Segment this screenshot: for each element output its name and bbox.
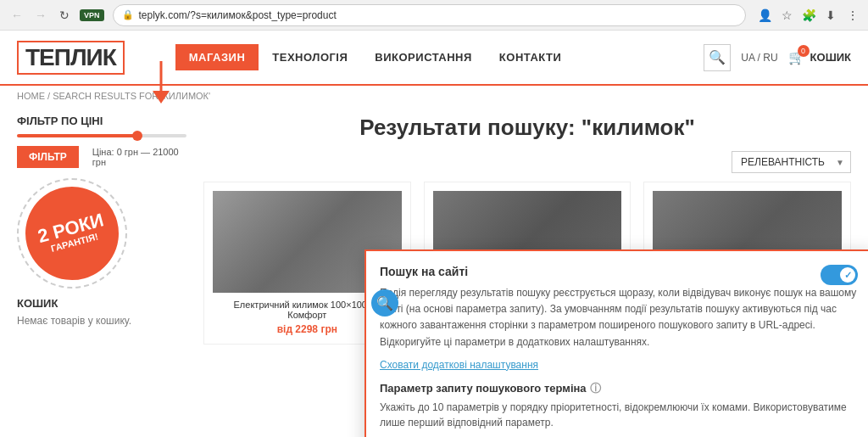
cart-label: КОШИК [810,51,851,64]
filter-title: ФІЛЬТР ПО ЦІНІ [17,115,186,127]
tooltip-popup: Пошук на сайті Подія перегляду результат… [364,249,868,437]
sidebar-cart-title: КОШИК [17,297,186,310]
price-slider-thumb[interactable] [132,131,142,141]
toggle-check-icon: ✓ [844,270,852,281]
download-icon[interactable]: ⬇ [822,7,839,24]
tooltip-link[interactable]: Сховати додаткові налаштування [380,359,858,371]
toggle-knob: ✓ [840,267,855,283]
tooltip-param-desc: Укажіть до 10 параметрів у порядку пріор… [380,400,858,430]
browser-nav-buttons: ← → ↻ [7,5,75,25]
menu-icon[interactable]: ⋮ [844,7,861,24]
star-icon[interactable]: ☆ [778,7,795,24]
address-bar[interactable]: 🔒 teplyk.com/?s=килимок&post_type=produc… [113,4,746,26]
sidebar: ФІЛЬТР ПО ЦІНІ ФІЛЬТР Ціна: 0 грн — 2100… [17,115,186,425]
nav-item-contacts[interactable]: КОНТАКТИ [486,44,576,70]
guarantee-inner: 2 РОКИ ГАРАНТІЯ! [15,176,130,291]
svg-marker-1 [153,91,170,104]
site-logo[interactable]: ТЕПЛИК [17,41,125,75]
search-icon-bubble: 🔍 [371,289,398,317]
tooltip-param-title: Параметр запиту пошукового терміна ⓘ [380,381,858,396]
lock-icon: 🔒 [122,9,134,20]
browser-chrome: ← → ↻ VPN 🔒 teplyk.com/?s=килимок&post_t… [0,0,868,31]
refresh-button[interactable]: ↻ [54,5,75,25]
sidebar-cart-empty: Немає товарів у кошику. [17,315,186,327]
nav-item-technology[interactable]: ТЕХНОЛОГІЯ [259,44,361,70]
help-icon: ⓘ [590,381,601,396]
url-text: teplyk.com/?s=килимок&post_type=product [139,9,337,21]
price-range-label: Ціна: 0 грн — 21000 грн [92,147,186,167]
price-filter: ФІЛЬТР ПО ЦІНІ ФІЛЬТР Ціна: 0 грн — 2100… [17,115,186,168]
back-button[interactable]: ← [7,5,27,25]
tooltip-description: Подія перегляду результатів пошуку реєст… [380,285,858,350]
site-header: ТЕПЛИК МАГАЗИН ТЕХНОЛОГІЯ ВИКОРИСТАННЯ К… [0,31,868,86]
nav-item-shop[interactable]: МАГАЗИН [175,44,259,70]
logo-text: ТЕПЛИК [25,44,116,70]
red-arrow-indicator [148,61,174,107]
tooltip-toggle[interactable]: ✓ [821,265,858,285]
breadcrumb-current: SEARCH RESULTS FOR 'КИЛИМОК' [53,91,210,101]
main-navigation: МАГАЗИН ТЕХНОЛОГІЯ ВИКОРИСТАННЯ КОНТАКТИ [175,44,576,70]
search-bubble-icon: 🔍 [376,295,393,311]
profile-icon[interactable]: 👤 [756,7,773,24]
search-title: Результати пошуку: "килимок" [203,115,851,141]
forward-button[interactable]: → [31,5,51,25]
guarantee-badge: 2 РОКИ ГАРАНТІЯ! [17,178,127,289]
website: ТЕПЛИК МАГАЗИН ТЕХНОЛОГІЯ ВИКОРИСТАННЯ К… [0,31,868,437]
search-button[interactable]: 🔍 [704,44,731,71]
cart-button[interactable]: 🛒 0 КОШИК [788,49,851,65]
breadcrumb: HOME / SEARCH RESULTS FOR 'КИЛИМОК' [0,86,868,106]
extension-icon[interactable]: 🧩 [800,7,817,24]
header-right: 🔍 UA / RU 🛒 0 КОШИК [704,44,851,71]
cart-badge: 0 [798,45,810,57]
nav-item-usage[interactable]: ВИКОРИСТАННЯ [361,44,486,70]
browser-icons-right: 👤 ☆ 🧩 ⬇ ⋮ [756,7,861,24]
vpn-badge: VPN [80,9,104,21]
language-switch[interactable]: UA / RU [741,52,777,64]
cart-icon-wrap: 🛒 0 [788,49,805,65]
sort-select-wrap: РЕЛЕВАНТНІСТЬ ▼ [732,151,851,173]
sort-bar: РЕЛЕВАНТНІСТЬ ▼ [203,151,851,173]
filter-button[interactable]: ФІЛЬТР [17,146,79,168]
price-slider[interactable] [17,134,186,137]
breadcrumb-home[interactable]: HOME [17,91,45,101]
tooltip-title: Пошук на сайті [380,265,858,278]
sort-select[interactable]: РЕЛЕВАНТНІСТЬ [732,151,851,173]
